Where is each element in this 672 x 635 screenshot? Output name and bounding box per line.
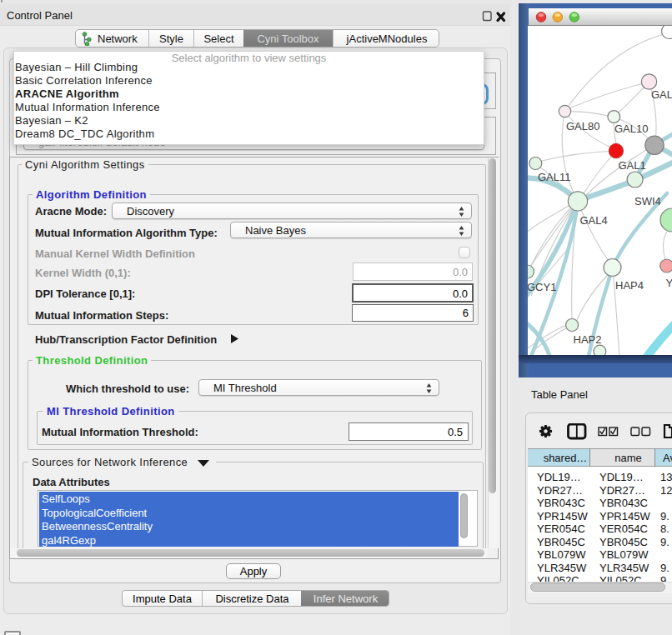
svg-text:GAL4: GAL4 [580,214,608,227]
svg-text:GAL1: GAL1 [619,159,646,172]
svg-text:HAP2: HAP2 [574,333,602,346]
svg-text:HAP4: HAP4 [615,279,644,292]
svg-text:GAL11: GAL11 [538,171,571,183]
svg-text:GAL10: GAL10 [614,122,648,135]
svg-text:SWI4: SWI4 [634,195,661,208]
svg-text:GAL7: GAL7 [651,88,672,101]
svg-text:GAL80: GAL80 [566,120,599,132]
svg-text:Y: Y [666,277,672,289]
svg-text:GCY1: GCY1 [528,281,556,293]
